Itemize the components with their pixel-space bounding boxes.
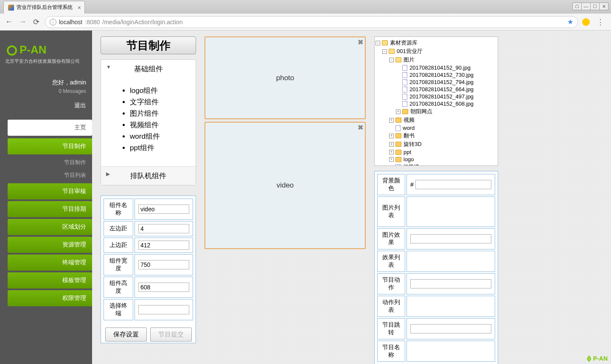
forward-icon[interactable]: → — [18, 17, 27, 27]
maximize-icon[interactable]: ☐ — [590, 3, 600, 10]
info-icon[interactable]: i — [50, 19, 56, 25]
browser-tab[interactable]: 营业厅排队后台管理系统 × — [3, 1, 85, 14]
back-icon[interactable]: ← — [4, 17, 14, 27]
minimize-icon[interactable]: — — [581, 3, 591, 10]
close-window-icon[interactable]: ✕ — [599, 3, 608, 10]
close-icon[interactable]: × — [78, 5, 81, 11]
menu-dots-icon[interactable]: ⋮ — [594, 17, 607, 27]
extension-icon[interactable] — [582, 18, 590, 26]
user-icon[interactable]: ☖ — [572, 3, 582, 10]
favicon-icon — [8, 5, 14, 11]
url-host: localhost — [59, 19, 82, 25]
bookmark-star-icon[interactable]: ★ — [567, 18, 573, 26]
address-bar[interactable]: i localhost:8080/media/loginAction!login… — [45, 16, 578, 28]
reload-icon[interactable]: ⟳ — [31, 17, 41, 27]
tab-title: 营业厅排队后台管理系统 — [17, 4, 73, 11]
